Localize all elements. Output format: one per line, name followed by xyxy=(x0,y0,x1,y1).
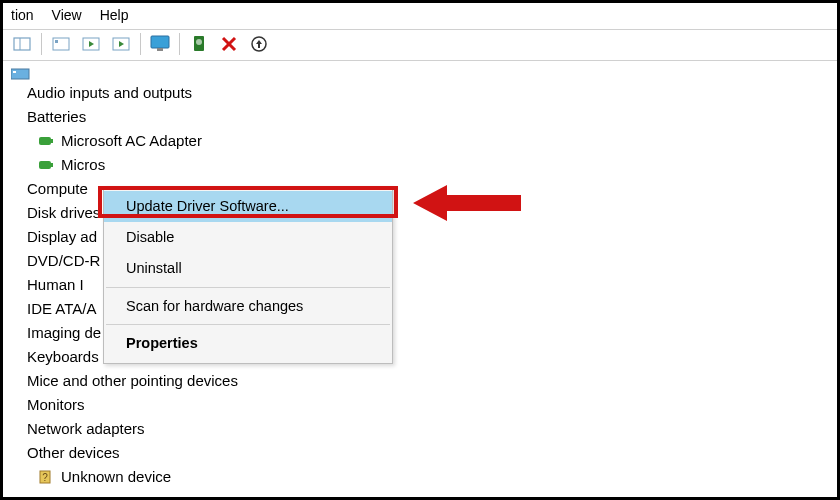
category-label: Network adapters xyxy=(27,417,145,441)
category-label: DVD/CD-R xyxy=(27,249,100,273)
svg-rect-2 xyxy=(53,38,69,50)
tree-category-batteries[interactable]: ›Batteries xyxy=(11,105,837,129)
tree-device-unknown[interactable]: ? Unknown device xyxy=(11,465,837,489)
device-label: Microsoft AC Adapter xyxy=(61,129,202,153)
category-label: IDE ATA/A xyxy=(27,297,96,321)
menubar: tion View Help xyxy=(3,3,837,29)
toolbar-button[interactable] xyxy=(9,32,35,56)
menu-action[interactable]: tion xyxy=(11,7,34,23)
device-label: Micros xyxy=(61,153,105,177)
disable-icon[interactable] xyxy=(216,32,242,56)
toolbar-button[interactable] xyxy=(108,32,134,56)
svg-rect-8 xyxy=(151,36,169,48)
toolbar xyxy=(3,29,837,61)
category-label: Display ad xyxy=(27,225,97,249)
category-label: Imaging de xyxy=(27,321,101,345)
tree-category-monitors[interactable]: ›Monitors xyxy=(11,393,837,417)
tree-category-audio[interactable]: ›Audio inputs and outputs xyxy=(11,81,837,105)
category-label: Audio inputs and outputs xyxy=(27,81,192,105)
update-driver-icon[interactable] xyxy=(186,32,212,56)
tree-category-other[interactable]: ›Other devices xyxy=(11,441,837,465)
tree-device-ac-adapter[interactable]: Microsoft AC Adapter xyxy=(11,129,837,153)
ctx-disable[interactable]: Disable xyxy=(104,222,392,253)
menu-view[interactable]: View xyxy=(52,7,82,23)
category-label: Human I xyxy=(27,273,84,297)
svg-rect-18 xyxy=(39,137,51,145)
tree-root[interactable] xyxy=(11,67,837,81)
svg-rect-17 xyxy=(13,71,16,73)
ctx-separator xyxy=(106,324,390,325)
category-label: Mice and other pointing devices xyxy=(27,369,238,393)
category-label: Monitors xyxy=(27,393,85,417)
ctx-uninstall[interactable]: Uninstall xyxy=(104,253,392,284)
category-label: Compute xyxy=(27,177,88,201)
context-menu: Update Driver Software... Disable Uninst… xyxy=(103,186,393,364)
menu-help[interactable]: Help xyxy=(100,7,129,23)
ctx-update-driver[interactable]: Update Driver Software... xyxy=(104,191,392,222)
svg-rect-21 xyxy=(51,163,53,167)
ctx-separator xyxy=(106,287,390,288)
category-label: Batteries xyxy=(27,105,86,129)
svg-rect-16 xyxy=(11,69,29,79)
svg-marker-5 xyxy=(89,41,94,47)
toolbar-separator xyxy=(41,33,42,55)
svg-text:?: ? xyxy=(42,472,48,483)
svg-marker-15 xyxy=(256,40,262,48)
tree-category-mice[interactable]: ›Mice and other pointing devices xyxy=(11,369,837,393)
toolbar-separator xyxy=(140,33,141,55)
toolbar-button[interactable] xyxy=(48,32,74,56)
svg-point-11 xyxy=(196,39,202,45)
toolbar-separator xyxy=(179,33,180,55)
svg-rect-20 xyxy=(39,161,51,169)
svg-rect-19 xyxy=(51,139,53,143)
category-label: Disk drives xyxy=(27,201,100,225)
tree-device-battery-selected[interactable]: Micros xyxy=(11,153,837,177)
uninstall-icon[interactable] xyxy=(246,32,272,56)
ctx-properties[interactable]: Properties xyxy=(104,328,392,359)
svg-marker-7 xyxy=(119,41,124,47)
svg-rect-0 xyxy=(14,38,30,50)
monitor-icon[interactable] xyxy=(147,32,173,56)
svg-rect-9 xyxy=(157,48,163,51)
device-label: Unknown device xyxy=(61,465,171,489)
category-label: Other devices xyxy=(27,441,120,465)
toolbar-button[interactable] xyxy=(78,32,104,56)
ctx-scan-hardware[interactable]: Scan for hardware changes xyxy=(104,291,392,322)
category-label: Keyboards xyxy=(27,345,99,369)
svg-rect-3 xyxy=(55,40,58,43)
tree-category-network[interactable]: ›Network adapters xyxy=(11,417,837,441)
